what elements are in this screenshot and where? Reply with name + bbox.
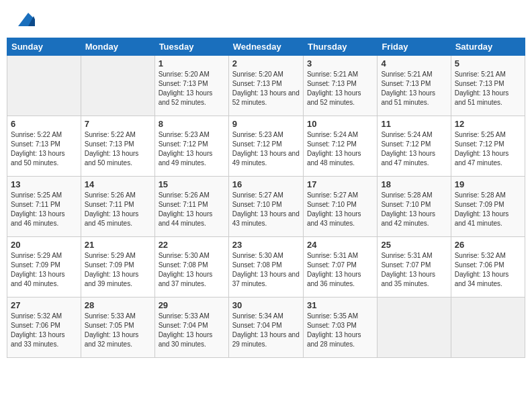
calendar-cell: 28Sunrise: 5:33 AMSunset: 7:05 PMDayligh…: [81, 298, 154, 358]
day-number: 17: [307, 179, 373, 189]
calendar-cell: 14Sunrise: 5:26 AMSunset: 7:11 PMDayligh…: [81, 177, 154, 237]
day-number: 30: [232, 300, 300, 310]
calendar-cell: 5Sunrise: 5:21 AMSunset: 7:13 PMDaylight…: [451, 56, 525, 116]
day-info: Sunrise: 5:35 AMSunset: 7:03 PMDaylight:…: [307, 312, 373, 349]
calendar-cell: [7, 56, 81, 116]
day-number: 16: [232, 179, 300, 189]
calendar-cell: 29Sunrise: 5:33 AMSunset: 7:04 PMDayligh…: [154, 298, 228, 358]
day-info: Sunrise: 5:22 AMSunset: 7:13 PMDaylight:…: [11, 130, 77, 168]
calendar-cell: 18Sunrise: 5:28 AMSunset: 7:10 PMDayligh…: [378, 177, 451, 237]
day-number: 6: [11, 119, 77, 129]
calendar-cell: 12Sunrise: 5:25 AMSunset: 7:12 PMDayligh…: [451, 116, 525, 177]
day-info: Sunrise: 5:20 AMSunset: 7:13 PMDaylight:…: [159, 70, 225, 107]
calendar-cell: 6Sunrise: 5:22 AMSunset: 7:13 PMDaylight…: [7, 116, 81, 177]
day-info: Sunrise: 5:24 AMSunset: 7:12 PMDaylight:…: [381, 130, 447, 168]
day-number: 18: [381, 179, 447, 189]
day-number: 28: [85, 300, 151, 310]
calendar-cell: 23Sunrise: 5:30 AMSunset: 7:08 PMDayligh…: [228, 237, 303, 298]
day-number: 20: [11, 240, 77, 250]
calendar-cell: [378, 298, 451, 358]
calendar-cell: 17Sunrise: 5:27 AMSunset: 7:10 PMDayligh…: [303, 177, 377, 237]
calendar-cell: 30Sunrise: 5:34 AMSunset: 7:04 PMDayligh…: [228, 298, 303, 358]
calendar-cell: 20Sunrise: 5:29 AMSunset: 7:09 PMDayligh…: [7, 237, 81, 298]
calendar-cell: [451, 298, 525, 358]
day-number: 4: [381, 58, 447, 68]
day-info: Sunrise: 5:20 AMSunset: 7:13 PMDaylight:…: [232, 70, 300, 107]
logo: [12, 9, 35, 30]
day-number: 22: [159, 240, 225, 250]
day-info: Sunrise: 5:34 AMSunset: 7:04 PMDaylight:…: [232, 312, 300, 349]
weekday-header-thursday: Thursday: [303, 38, 377, 56]
calendar-cell: 7Sunrise: 5:22 AMSunset: 7:13 PMDaylight…: [81, 116, 154, 177]
day-number: 2: [232, 58, 300, 68]
calendar-cell: 15Sunrise: 5:26 AMSunset: 7:11 PMDayligh…: [154, 177, 228, 237]
day-info: Sunrise: 5:25 AMSunset: 7:11 PMDaylight:…: [11, 191, 77, 228]
day-number: 19: [455, 179, 521, 189]
day-number: 5: [455, 58, 521, 68]
day-info: Sunrise: 5:31 AMSunset: 7:07 PMDaylight:…: [381, 251, 447, 289]
day-info: Sunrise: 5:28 AMSunset: 7:09 PMDaylight:…: [455, 191, 521, 228]
calendar-week-4: 20Sunrise: 5:29 AMSunset: 7:09 PMDayligh…: [7, 237, 525, 298]
day-info: Sunrise: 5:27 AMSunset: 7:10 PMDaylight:…: [232, 191, 300, 228]
day-number: 23: [232, 240, 300, 250]
day-info: Sunrise: 5:31 AMSunset: 7:07 PMDaylight:…: [307, 251, 373, 289]
day-number: 14: [85, 179, 151, 189]
calendar-cell: 11Sunrise: 5:24 AMSunset: 7:12 PMDayligh…: [378, 116, 451, 177]
day-info: Sunrise: 5:21 AMSunset: 7:13 PMDaylight:…: [307, 70, 373, 107]
day-number: 21: [85, 240, 151, 250]
day-info: Sunrise: 5:21 AMSunset: 7:13 PMDaylight:…: [381, 70, 447, 107]
weekday-header-monday: Monday: [81, 38, 154, 56]
weekday-header-wednesday: Wednesday: [228, 38, 303, 56]
calendar-cell: 26Sunrise: 5:32 AMSunset: 7:06 PMDayligh…: [451, 237, 525, 298]
day-number: 27: [11, 300, 77, 310]
day-info: Sunrise: 5:32 AMSunset: 7:06 PMDaylight:…: [455, 251, 521, 289]
day-number: 11: [381, 119, 447, 129]
day-number: 25: [381, 240, 447, 250]
weekday-header-tuesday: Tuesday: [154, 38, 228, 56]
calendar-cell: 25Sunrise: 5:31 AMSunset: 7:07 PMDayligh…: [378, 237, 451, 298]
calendar-cell: 8Sunrise: 5:23 AMSunset: 7:12 PMDaylight…: [154, 116, 228, 177]
calendar-cell: 22Sunrise: 5:30 AMSunset: 7:08 PMDayligh…: [154, 237, 228, 298]
day-info: Sunrise: 5:28 AMSunset: 7:10 PMDaylight:…: [381, 191, 447, 228]
calendar-cell: 2Sunrise: 5:20 AMSunset: 7:13 PMDaylight…: [228, 56, 303, 116]
day-number: 31: [307, 300, 373, 310]
day-info: Sunrise: 5:29 AMSunset: 7:09 PMDaylight:…: [85, 251, 151, 289]
day-info: Sunrise: 5:22 AMSunset: 7:13 PMDaylight:…: [85, 130, 151, 168]
calendar-cell: 9Sunrise: 5:23 AMSunset: 7:12 PMDaylight…: [228, 116, 303, 177]
calendar-cell: 10Sunrise: 5:24 AMSunset: 7:12 PMDayligh…: [303, 116, 377, 177]
day-info: Sunrise: 5:27 AMSunset: 7:10 PMDaylight:…: [307, 191, 373, 228]
day-number: 1: [159, 58, 225, 68]
calendar-cell: 16Sunrise: 5:27 AMSunset: 7:10 PMDayligh…: [228, 177, 303, 237]
day-info: Sunrise: 5:33 AMSunset: 7:05 PMDaylight:…: [85, 312, 151, 349]
calendar-cell: 4Sunrise: 5:21 AMSunset: 7:13 PMDaylight…: [378, 56, 451, 116]
day-info: Sunrise: 5:23 AMSunset: 7:12 PMDaylight:…: [232, 130, 300, 168]
day-info: Sunrise: 5:26 AMSunset: 7:11 PMDaylight:…: [85, 191, 151, 228]
day-info: Sunrise: 5:30 AMSunset: 7:08 PMDaylight:…: [159, 251, 225, 289]
day-info: Sunrise: 5:23 AMSunset: 7:12 PMDaylight:…: [159, 130, 225, 168]
calendar-cell: [81, 56, 154, 116]
day-info: Sunrise: 5:30 AMSunset: 7:08 PMDaylight:…: [232, 251, 300, 289]
calendar-cell: 21Sunrise: 5:29 AMSunset: 7:09 PMDayligh…: [81, 237, 154, 298]
day-number: 13: [11, 179, 77, 189]
day-number: 24: [307, 240, 373, 250]
day-number: 10: [307, 119, 373, 129]
calendar-week-3: 13Sunrise: 5:25 AMSunset: 7:11 PMDayligh…: [7, 177, 525, 237]
day-number: 9: [232, 119, 300, 129]
calendar-cell: 24Sunrise: 5:31 AMSunset: 7:07 PMDayligh…: [303, 237, 377, 298]
page-header: [7, 7, 525, 32]
day-number: 29: [159, 300, 225, 310]
day-number: 8: [159, 119, 225, 129]
calendar-week-2: 6Sunrise: 5:22 AMSunset: 7:13 PMDaylight…: [7, 116, 525, 177]
day-info: Sunrise: 5:33 AMSunset: 7:04 PMDaylight:…: [159, 312, 225, 349]
weekday-header-friday: Friday: [378, 38, 451, 56]
day-number: 12: [455, 119, 521, 129]
calendar-week-5: 27Sunrise: 5:32 AMSunset: 7:06 PMDayligh…: [7, 298, 525, 358]
day-number: 3: [307, 58, 373, 68]
calendar-week-1: 1Sunrise: 5:20 AMSunset: 7:13 PMDaylight…: [7, 56, 525, 116]
calendar-table: SundayMondayTuesdayWednesdayThursdayFrid…: [7, 38, 525, 358]
calendar-cell: 19Sunrise: 5:28 AMSunset: 7:09 PMDayligh…: [451, 177, 525, 237]
day-number: 26: [455, 240, 521, 250]
calendar-cell: 31Sunrise: 5:35 AMSunset: 7:03 PMDayligh…: [303, 298, 377, 358]
calendar-cell: 27Sunrise: 5:32 AMSunset: 7:06 PMDayligh…: [7, 298, 81, 358]
day-info: Sunrise: 5:26 AMSunset: 7:11 PMDaylight:…: [159, 191, 225, 228]
